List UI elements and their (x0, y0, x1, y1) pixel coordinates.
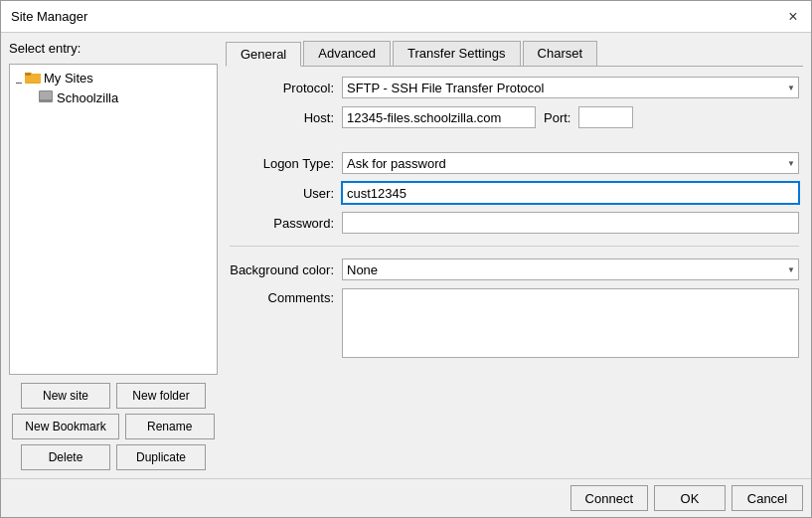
user-label: User: (230, 186, 334, 201)
duplicate-button[interactable]: Duplicate (116, 444, 206, 470)
tree-item-schoolzilla[interactable]: Schoolzilla (36, 87, 213, 108)
tab-charset[interactable]: Charset (523, 41, 598, 66)
close-button[interactable]: × (785, 9, 801, 25)
password-input[interactable] (342, 212, 799, 234)
tab-advanced[interactable]: Advanced (303, 41, 391, 66)
main-content: Select entry: ⎯ My Sites (1, 33, 811, 478)
port-label: Port: (544, 110, 570, 125)
button-row-2: New Bookmark Rename (9, 414, 218, 439)
spacer (230, 136, 799, 144)
comments-textarea[interactable] (342, 288, 799, 358)
tree-item-my-sites[interactable]: ⎯ My Sites (14, 69, 213, 87)
password-label: Password: (230, 216, 334, 231)
user-input[interactable] (342, 182, 799, 204)
bottom-bar: Connect OK Cancel (1, 478, 811, 517)
button-row-3: Delete Duplicate (9, 444, 218, 470)
new-folder-button[interactable]: New folder (116, 383, 206, 409)
title-bar: Site Manager × (1, 1, 811, 33)
comments-area: Comments: (230, 288, 799, 470)
bg-color-label: Background color: (230, 262, 334, 277)
site-manager-dialog: Site Manager × Select entry: ⎯ (0, 0, 812, 518)
select-entry-label: Select entry: (9, 41, 218, 56)
bg-color-select-wrapper: NoneRedGreenBlueYellow (342, 259, 799, 280)
host-label: Host: (230, 110, 334, 125)
left-buttons: New site New folder New Bookmark Rename … (9, 383, 218, 470)
form-area: Protocol: SFTP - SSH File Transfer Proto… (226, 77, 803, 470)
logon-type-select-wrapper: Ask for passwordNormalAnonymousInteracti… (342, 152, 799, 174)
tree-children: Schoolzilla (36, 87, 213, 108)
ok-button[interactable]: OK (654, 485, 726, 511)
dialog-title: Site Manager (11, 9, 87, 24)
protocol-label: Protocol: (230, 81, 334, 95)
host-row: Host: Port: (230, 106, 799, 128)
host-input[interactable] (342, 106, 536, 128)
tab-transfer-settings[interactable]: Transfer Settings (393, 41, 521, 66)
user-row: User: (230, 182, 799, 204)
logon-type-label: Logon Type: (230, 156, 334, 171)
bg-color-row: Background color: NoneRedGreenBlueYellow (230, 259, 799, 280)
rename-button[interactable]: Rename (125, 414, 215, 439)
bg-color-select[interactable]: NoneRedGreenBlueYellow (342, 259, 799, 280)
comments-label: Comments: (230, 288, 334, 305)
tree-view: ⎯ My Sites (9, 64, 218, 375)
left-panel: Select entry: ⎯ My Sites (9, 41, 218, 470)
tabs-bar: General Advanced Transfer Settings Chars… (226, 41, 803, 67)
logon-type-select[interactable]: Ask for passwordNormalAnonymousInteracti… (342, 152, 799, 174)
port-input[interactable] (578, 106, 633, 128)
divider (230, 246, 799, 247)
protocol-row: Protocol: SFTP - SSH File Transfer Proto… (230, 77, 799, 98)
schoolzilla-label: Schoolzilla (57, 90, 118, 105)
svg-rect-3 (25, 73, 31, 76)
site-icon (38, 88, 54, 107)
svg-rect-6 (42, 100, 50, 102)
my-sites-label: My Sites (44, 71, 93, 86)
password-row: Password: (230, 212, 799, 234)
connect-button[interactable]: Connect (570, 485, 648, 511)
folder-icon (25, 70, 41, 86)
protocol-select-wrapper: SFTP - SSH File Transfer ProtocolFTP - F… (342, 77, 799, 98)
new-site-button[interactable]: New site (21, 383, 110, 409)
new-bookmark-button[interactable]: New Bookmark (12, 414, 118, 439)
tab-general[interactable]: General (226, 42, 301, 67)
button-row-1: New site New folder (9, 383, 218, 409)
protocol-select[interactable]: SFTP - SSH File Transfer ProtocolFTP - F… (342, 77, 799, 98)
delete-button[interactable]: Delete (21, 444, 110, 470)
svg-rect-5 (40, 91, 52, 99)
right-panel: General Advanced Transfer Settings Chars… (226, 41, 803, 470)
tree-expand-icon: ⎯ (16, 73, 22, 84)
cancel-button[interactable]: Cancel (731, 485, 803, 511)
logon-type-row: Logon Type: Ask for passwordNormalAnonym… (230, 152, 799, 174)
